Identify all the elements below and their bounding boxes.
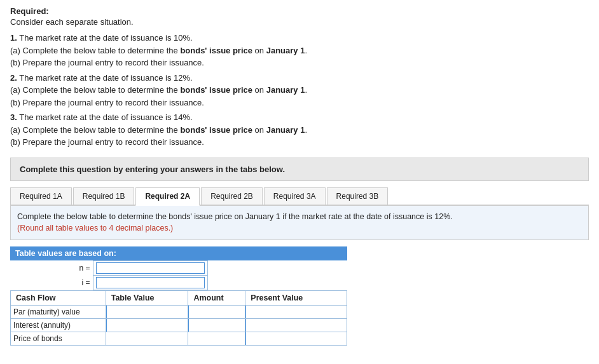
row-interest-amount-input[interactable]	[188, 319, 245, 332]
row-pricebonds-amount-input[interactable]	[188, 332, 245, 345]
tab-req3a[interactable]: Required 3A	[264, 187, 326, 205]
tab-req1a[interactable]: Required 1A	[10, 187, 72, 205]
col-header-tablevalue: Table Value	[106, 291, 188, 306]
row-pricebonds-amount-cell[interactable]	[188, 332, 245, 346]
round-note: (Round all table values to 4 decimal pla…	[17, 224, 173, 233]
col-header-presentvalue: Present Value	[245, 291, 347, 306]
q1-partb: (b) Prepare the journal entry to record …	[10, 58, 204, 67]
tab-req3b[interactable]: Required 3B	[327, 187, 389, 205]
q1-num: 1.	[10, 33, 17, 43]
row-interest: Interest (annuity)	[11, 319, 347, 332]
n-empty	[207, 261, 347, 276]
table-section: Table values are based on: n = i =	[10, 246, 589, 346]
tab-description: Complete the below table to determine th…	[17, 212, 453, 221]
param-n-row: n =	[10, 261, 347, 276]
row-interest-tablevalue-cell[interactable]	[106, 319, 188, 332]
row-pricebonds-presentvalue-input[interactable]	[245, 332, 347, 345]
instruction-box: Complete this question by entering your …	[10, 158, 589, 181]
q3-num: 3.	[10, 112, 17, 122]
n-label: n =	[10, 261, 93, 276]
tab-content: Complete the below table to determine th…	[10, 206, 589, 241]
row-par-amount-input[interactable]	[188, 306, 245, 318]
q2-parta: (a) Complete the below table to determin…	[10, 85, 307, 95]
q2-intro: The market rate at the date of issuance …	[19, 73, 192, 83]
q1-intro: The market rate at the date of issuance …	[19, 33, 192, 43]
row-par-label: Par (maturity) value	[11, 306, 106, 319]
table-based-on-header: Table values are based on:	[10, 246, 347, 260]
i-empty	[207, 276, 347, 290]
col-header-cashflow: Cash Flow	[11, 291, 106, 306]
tabs-row: Required 1A Required 1B Required 2A Requ…	[10, 187, 589, 206]
col-header-amount: Amount	[188, 291, 245, 306]
row-par-amount-cell[interactable]	[188, 306, 245, 319]
row-pricebonds: Price of bonds	[11, 332, 347, 346]
row-interest-tablevalue-input[interactable]	[106, 319, 188, 332]
i-input[interactable]	[96, 277, 205, 288]
instruction-text: Complete this question by entering your …	[20, 165, 285, 174]
q3-parta: (a) Complete the below table to determin…	[10, 125, 307, 135]
row-interest-label: Interest (annuity)	[11, 319, 106, 332]
row-par-tablevalue-cell[interactable]	[106, 306, 188, 319]
consider-text: Consider each separate situation.	[10, 17, 589, 27]
q3-intro: The market rate at the date of issuance …	[19, 112, 192, 122]
tab-req2b[interactable]: Required 2B	[201, 187, 263, 205]
q2-num: 2.	[10, 73, 17, 83]
i-input-cell[interactable]	[93, 276, 207, 290]
param-i-row: i =	[10, 276, 347, 290]
row-pricebonds-label: Price of bonds	[11, 332, 106, 346]
required-label: Required:	[10, 6, 589, 16]
tab-req1b[interactable]: Required 1B	[73, 187, 135, 205]
row-pricebonds-tablevalue-cell[interactable]	[106, 332, 188, 346]
data-table: Cash Flow Table Value Amount Present Val…	[10, 290, 347, 346]
row-interest-amount-cell[interactable]	[188, 319, 245, 332]
row-interest-presentvalue-input[interactable]	[245, 319, 347, 332]
row-pricebonds-presentvalue-cell[interactable]	[245, 332, 347, 346]
question-1: 1. The market rate at the date of issuan…	[10, 32, 589, 69]
question-3: 3. The market rate at the date of issuan…	[10, 111, 589, 149]
n-input-cell[interactable]	[93, 261, 207, 276]
i-label: i =	[10, 276, 93, 290]
row-pricebonds-tablevalue-input[interactable]	[106, 332, 188, 345]
row-par: Par (maturity) value	[11, 306, 347, 319]
question-2: 2. The market rate at the date of issuan…	[10, 72, 589, 109]
q3-partb: (b) Prepare the journal entry to record …	[10, 137, 204, 147]
params-table: Table values are based on: n = i =	[10, 246, 347, 290]
row-par-presentvalue-cell[interactable]	[245, 306, 347, 319]
q2-partb: (b) Prepare the journal entry to record …	[10, 98, 204, 107]
q1-parta: (a) Complete the below table to determin…	[10, 46, 307, 55]
tab-req2a[interactable]: Required 2A	[135, 187, 200, 206]
row-par-tablevalue-input[interactable]	[106, 306, 188, 318]
row-par-presentvalue-input[interactable]	[245, 306, 347, 318]
row-interest-presentvalue-cell[interactable]	[245, 319, 347, 332]
column-header-row: Cash Flow Table Value Amount Present Val…	[11, 291, 347, 306]
n-input[interactable]	[96, 262, 205, 274]
